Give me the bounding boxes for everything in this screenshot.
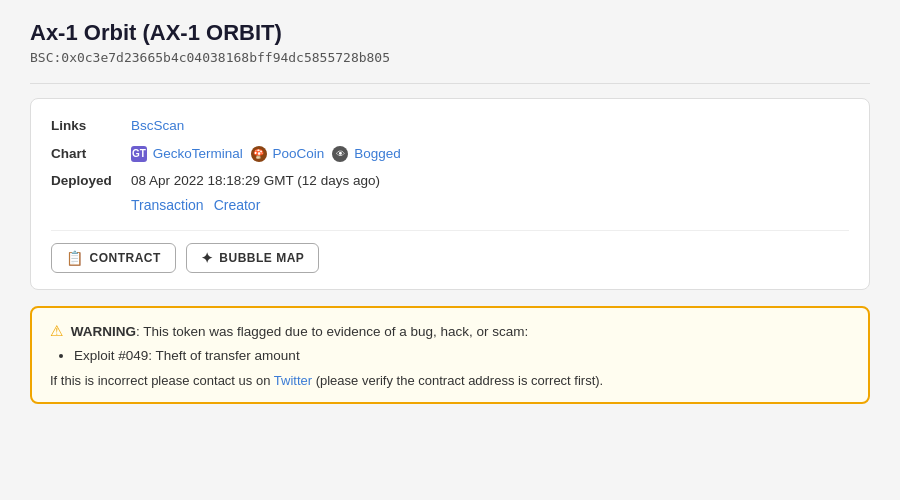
- warning-title: ⚠ WARNING: This token was flagged due to…: [50, 322, 850, 340]
- deployed-sub-links: Transaction Creator: [131, 194, 380, 216]
- token-name: Ax-1 Orbit (AX-1 ORBIT): [30, 20, 870, 46]
- deployed-row: Deployed 08 Apr 2022 18:18:29 GMT (12 da…: [51, 170, 849, 216]
- bscscan-link[interactable]: BscScan: [131, 115, 184, 137]
- gecko-terminal-icon: GT: [131, 146, 147, 162]
- deployed-value: 08 Apr 2022 18:18:29 GMT (12 days ago) T…: [131, 170, 380, 216]
- bogged-icon: 👁: [332, 146, 348, 162]
- warning-card: ⚠ WARNING: This token was flagged due to…: [30, 306, 870, 404]
- warning-item: Exploit #049: Theft of transfer amount: [74, 348, 850, 363]
- chart-label: Chart: [51, 143, 131, 165]
- deployed-label: Deployed: [51, 170, 131, 192]
- info-card: Links BscScan Chart GT GeckoTerminal 🍄 P…: [30, 98, 870, 290]
- bubble-map-button[interactable]: ✦ BUBBLE MAP: [186, 243, 320, 273]
- links-value: BscScan: [131, 115, 184, 137]
- warning-badge: WARNING: [71, 324, 136, 339]
- chart-links-value: GT GeckoTerminal 🍄 PooCoin 👁 Bogged: [131, 143, 401, 165]
- bogged-icon-wrapper: 👁 Bogged: [332, 143, 400, 165]
- button-group: 📋 CONTRACT ✦ BUBBLE MAP: [51, 230, 849, 273]
- deployed-date: 08 Apr 2022 18:18:29 GMT (12 days ago): [131, 170, 380, 192]
- links-label: Links: [51, 115, 131, 137]
- poocoin-icon-wrapper: 🍄 PooCoin: [251, 143, 325, 165]
- links-row: Links BscScan: [51, 115, 849, 137]
- twitter-link[interactable]: Twitter: [274, 373, 312, 388]
- bubble-map-button-label: BUBBLE MAP: [219, 251, 304, 265]
- gecko-terminal-link[interactable]: GeckoTerminal: [153, 146, 243, 161]
- header-divider: [30, 83, 870, 84]
- warning-icon: ⚠: [50, 322, 63, 339]
- warning-footer-before: If this is incorrect please contact us o…: [50, 373, 274, 388]
- bubble-map-icon: ✦: [201, 250, 214, 266]
- chart-row: Chart GT GeckoTerminal 🍄 PooCoin 👁 Bogge…: [51, 143, 849, 165]
- gecko-terminal-icon-wrapper: GT GeckoTerminal: [131, 143, 243, 165]
- transaction-link[interactable]: Transaction: [131, 194, 204, 216]
- contract-button-label: CONTRACT: [90, 251, 161, 265]
- token-address: BSC:0x0c3e7d23665b4c04038168bff94dc58557…: [30, 50, 870, 65]
- warning-footer-after: (please verify the contract address is c…: [312, 373, 603, 388]
- poocoin-icon: 🍄: [251, 146, 267, 162]
- contract-button[interactable]: 📋 CONTRACT: [51, 243, 176, 273]
- bogged-link[interactable]: Bogged: [354, 146, 401, 161]
- page-header: Ax-1 Orbit (AX-1 ORBIT) BSC:0x0c3e7d2366…: [30, 20, 870, 65]
- warning-footer: If this is incorrect please contact us o…: [50, 373, 850, 388]
- creator-link[interactable]: Creator: [214, 194, 261, 216]
- contract-icon: 📋: [66, 250, 84, 266]
- warning-list: Exploit #049: Theft of transfer amount: [50, 348, 850, 363]
- warning-intro: This token was flagged due to evidence o…: [143, 324, 528, 339]
- poocoin-link[interactable]: PooCoin: [273, 146, 325, 161]
